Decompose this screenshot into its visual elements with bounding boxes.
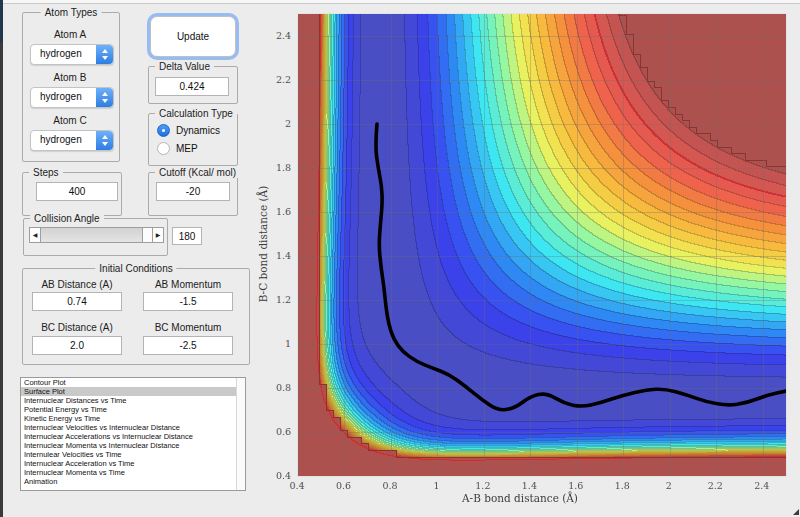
- y-tick-label: 1.6: [273, 206, 291, 217]
- bc-distance-field[interactable]: [32, 336, 122, 355]
- ab-distance-label: AB Distance (A): [41, 279, 112, 290]
- x-tick-label: 0.8: [382, 480, 398, 491]
- contour-plot: [297, 13, 787, 477]
- atom-c-label: Atom C: [53, 115, 86, 126]
- list-item[interactable]: Potential Energy vs Time: [21, 405, 245, 414]
- bc-momentum-field[interactable]: [143, 336, 233, 355]
- x-tick-label: 1: [428, 480, 444, 491]
- y-axis-label: B-C bond distance (Å): [257, 186, 269, 303]
- list-item[interactable]: Internuclear Momenta vs Time: [21, 468, 245, 477]
- x-tick-label: 2.2: [707, 480, 723, 491]
- window-left-edge-top: [0, 0, 3, 42]
- update-button[interactable]: Update: [150, 16, 236, 57]
- popup-stepper-icon: [96, 45, 113, 64]
- x-tick-label: 2: [661, 480, 677, 491]
- calculation-type-group: Calculation Type: [148, 113, 238, 166]
- app-window: Atom Types Atom A hydrogen Atom B hydrog…: [0, 0, 800, 517]
- y-tick-label: 2.2: [273, 74, 291, 85]
- x-tick-label: 1.8: [614, 480, 630, 491]
- atom-c-select[interactable]: hydrogen: [30, 130, 114, 151]
- listbox-scrollbar[interactable]: [236, 378, 245, 490]
- y-tick-label: 1.4: [273, 250, 291, 261]
- atom-types-title: Atom Types: [41, 7, 102, 18]
- x-tick-label: 0.4: [289, 480, 305, 491]
- radio-mep-label: MEP: [176, 143, 198, 154]
- list-item[interactable]: Internuclear Distances vs Time: [21, 396, 245, 405]
- ab-distance-field[interactable]: [32, 292, 122, 311]
- cutoff-field[interactable]: [156, 182, 230, 201]
- bc-momentum-label: BC Momentum: [155, 322, 222, 333]
- atom-b-value: hydrogen: [40, 91, 82, 102]
- y-tick-label: 1.2: [273, 294, 291, 305]
- window-left-edge: [0, 0, 3, 517]
- steps-title: Steps: [29, 167, 63, 178]
- radio-dynamics-label: Dynamics: [176, 125, 220, 136]
- x-tick-label: 1.2: [475, 480, 491, 491]
- window-top-edge: [0, 0, 800, 4]
- y-tick-label: 2: [273, 118, 291, 129]
- popup-stepper-icon: [96, 131, 113, 150]
- list-item[interactable]: Animation: [21, 477, 245, 486]
- atom-b-label: Atom B: [54, 72, 87, 83]
- x-axis-label: A-B bond distance (Å): [462, 492, 578, 504]
- cutoff-title: Cutoff (Kcal/ mol): [155, 167, 240, 178]
- initial-conditions-title: Initial Conditions: [95, 263, 176, 274]
- steps-field[interactable]: [36, 182, 118, 201]
- slider-right-arrow-icon[interactable]: ▶: [152, 227, 164, 243]
- y-tick-label: 1.8: [273, 162, 291, 173]
- calculation-type-title: Calculation Type: [155, 108, 237, 119]
- plot-type-listbox[interactable]: Contour PlotSurface PlotInternuclear Dis…: [20, 377, 246, 491]
- list-item[interactable]: Internuclear Acceleration vs Time: [21, 459, 245, 468]
- x-tick-label: 2.4: [754, 480, 770, 491]
- pes-surface-canvas: [298, 14, 786, 476]
- radio-unselected-icon: [157, 142, 170, 155]
- collision-angle-title: Collision Angle: [30, 213, 104, 224]
- list-item[interactable]: Surface Plot: [21, 387, 245, 396]
- list-item[interactable]: Kinetic Energy vs Time: [21, 414, 245, 423]
- radio-selected-icon: [157, 124, 170, 137]
- x-tick-label: 1.4: [521, 480, 537, 491]
- y-tick-label: 1: [273, 338, 291, 349]
- y-tick-label: 0.8: [273, 382, 291, 393]
- list-item[interactable]: Contour Plot: [21, 378, 245, 387]
- x-tick-label: 1.6: [568, 480, 584, 491]
- list-item[interactable]: Internuclear Accelerations vs Internucle…: [21, 432, 245, 441]
- slider-groove[interactable]: [40, 227, 143, 243]
- popup-stepper-icon: [96, 88, 113, 107]
- ab-momentum-field[interactable]: [143, 292, 233, 311]
- list-item[interactable]: Internulear Velocities vs Time: [21, 450, 245, 459]
- ab-momentum-label: AB Momentum: [155, 279, 221, 290]
- atom-c-value: hydrogen: [40, 134, 82, 145]
- list-item[interactable]: Internuclear Velocities vs Internuclear …: [21, 423, 245, 432]
- resize-grip-icon[interactable]: [793, 509, 799, 515]
- bc-distance-label: BC Distance (A): [41, 322, 113, 333]
- y-tick-label: 0.4: [273, 470, 291, 481]
- atom-a-value: hydrogen: [40, 48, 82, 59]
- delta-value-title: Delta Value: [155, 61, 214, 72]
- list-item[interactable]: Internuclear Momenta vs Internuclear Dis…: [21, 441, 245, 450]
- delta-value-field[interactable]: [155, 77, 229, 96]
- collision-angle-field[interactable]: [172, 227, 202, 245]
- y-tick-label: 2.4: [273, 30, 291, 41]
- atom-a-label: Atom A: [54, 29, 86, 40]
- atom-a-select[interactable]: hydrogen: [30, 44, 114, 65]
- atom-b-select[interactable]: hydrogen: [30, 87, 114, 108]
- collision-angle-slider[interactable]: ◀ ▶: [29, 227, 164, 243]
- x-tick-label: 0.6: [335, 480, 351, 491]
- y-tick-label: 0.6: [273, 426, 291, 437]
